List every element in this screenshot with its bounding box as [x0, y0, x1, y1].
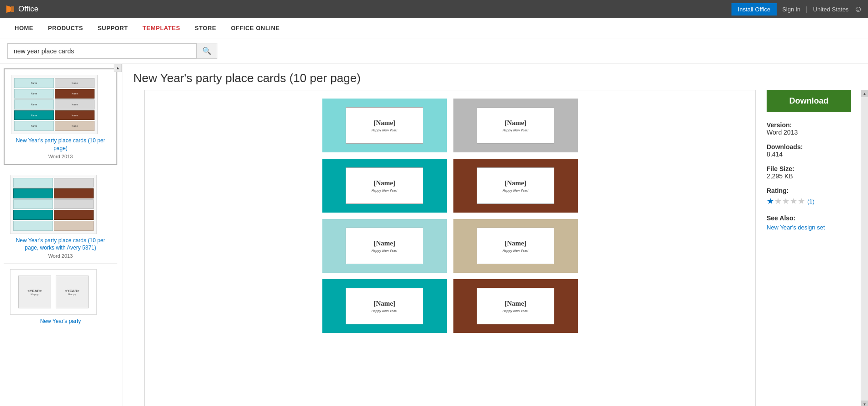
- sidebar-card-title-2: New Year's party place cards (10 per pag…: [10, 237, 111, 252]
- place-card-3: [Name] Happy New Year!: [322, 159, 447, 213]
- star-4-icon: ★: [790, 196, 797, 206]
- place-card-8: [Name] Happy New Year!: [453, 279, 578, 333]
- place-card-7: [Name] Happy New Year!: [322, 279, 447, 333]
- svg-rect-2: [11, 6, 14, 12]
- signin-link[interactable]: Sign in: [782, 6, 800, 13]
- card-name-4: [Name]: [505, 179, 526, 187]
- card-name-5: [Name]: [374, 239, 395, 247]
- star-5-icon: ★: [798, 196, 805, 206]
- card-name-3: [Name]: [374, 179, 395, 187]
- filesize-row: File Size: 2,295 KB: [767, 165, 850, 180]
- smiley-icon[interactable]: ☺: [854, 5, 863, 14]
- card-subtitle-5: Happy New Year!: [372, 249, 398, 252]
- place-card-1: [Name] Happy New Year!: [322, 99, 447, 152]
- card-name-7: [Name]: [374, 300, 395, 307]
- scroll-track: [861, 97, 868, 401]
- sidebar-card-3[interactable]: <YEAR> Happy <YEAR> Happy New Year's par…: [4, 264, 117, 330]
- card-subtitle-1: Happy New Year!: [372, 129, 398, 132]
- search-input[interactable]: [8, 43, 196, 58]
- star-rating: ★ ★ ★ ★ ★ (1): [767, 196, 850, 206]
- region-selector[interactable]: United States: [813, 6, 849, 13]
- scroll-down-btn[interactable]: ▼: [861, 401, 868, 406]
- place-card-4: [Name] Happy New Year!: [453, 159, 578, 213]
- card-subtitle-7: Happy New Year!: [372, 309, 398, 312]
- nav-item-products[interactable]: PRODUCTS: [41, 19, 90, 37]
- nav-item-home[interactable]: HOME: [7, 19, 41, 37]
- nav-item-support[interactable]: SUPPORT: [90, 19, 135, 37]
- sidebar-card-title-3: New Year's party: [10, 318, 111, 325]
- see-also-label: See Also:: [767, 214, 850, 222]
- install-office-button[interactable]: Install Office: [731, 3, 777, 16]
- topbar-right: Install Office Sign in | United States ☺: [731, 3, 863, 16]
- office-title: Office: [18, 5, 38, 14]
- sidebar: ▲ Name Name Name Name Name Name Name Nam…: [0, 64, 122, 406]
- downloads-row: Downloads: 8,414: [767, 143, 850, 158]
- star-2-icon: ★: [774, 196, 782, 206]
- place-card-2: [Name] Happy New Year!: [453, 99, 578, 152]
- downloads-label: Downloads:: [767, 143, 850, 151]
- card-name-2: [Name]: [505, 119, 526, 127]
- topbar: Office Install Office Sign in | United S…: [0, 0, 868, 18]
- download-button[interactable]: Download: [767, 90, 851, 112]
- place-cards-grid: [Name] Happy New Year! [Name] Happy New …: [322, 99, 578, 333]
- version-value: Word 2013: [767, 129, 850, 136]
- filesize-label: File Size:: [767, 165, 850, 172]
- sidebar-thumbnail-1: Name Name Name Name Name Name Name Name …: [11, 75, 98, 134]
- rating-label: Rating:: [767, 187, 850, 194]
- content-body: [Name] Happy New Year! [Name] Happy New …: [122, 90, 868, 406]
- version-label: Version:: [767, 121, 850, 129]
- sidebar-card-2[interactable]: New Year's party place cards (10 per pag…: [4, 169, 117, 264]
- search-form: 🔍: [7, 43, 217, 59]
- sidebar-thumbnail-3: <YEAR> Happy <YEAR> Happy: [10, 269, 97, 315]
- rating-count: (1): [807, 198, 815, 205]
- rating-row: Rating: ★ ★ ★ ★ ★ (1): [767, 187, 850, 206]
- place-card-5: [Name] Happy New Year!: [322, 219, 447, 273]
- content-area: New Year's party place cards (10 per pag…: [122, 64, 868, 406]
- sidebar-card-version-1: Word 2013: [11, 154, 110, 159]
- version-row: Version: Word 2013: [767, 121, 850, 136]
- page-title: New Year's party place cards (10 per pag…: [133, 71, 857, 85]
- searchbar: 🔍: [0, 38, 868, 64]
- topbar-divider: |: [806, 5, 808, 13]
- sidebar-card-title-1: New Year's party place cards (10 per pag…: [11, 137, 110, 152]
- card-name-6: [Name]: [505, 239, 526, 247]
- card-name-1: [Name]: [374, 119, 395, 127]
- downloads-value: 8,414: [767, 151, 850, 158]
- card-name-8: [Name]: [505, 300, 526, 307]
- nav-item-templates[interactable]: TEMPLATES: [135, 19, 187, 37]
- nav-item-store[interactable]: STORE: [188, 19, 224, 37]
- right-scrollbar: ▲ ▼: [861, 90, 868, 406]
- star-1-icon: ★: [767, 196, 774, 206]
- card-subtitle-2: Happy New Year!: [503, 129, 529, 132]
- sidebar-scroll-up[interactable]: ▲: [114, 64, 122, 72]
- main-layout: ▲ Name Name Name Name Name Name Name Nam…: [0, 64, 868, 406]
- see-also-link[interactable]: New Year's design set: [767, 224, 825, 231]
- svg-marker-1: [6, 5, 11, 13]
- scroll-up-btn[interactable]: ▲: [861, 90, 868, 97]
- nav-item-office-online[interactable]: OFFICE ONLINE: [224, 19, 287, 37]
- card-subtitle-3: Happy New Year!: [372, 189, 398, 192]
- page-title-bar: New Year's party place cards (10 per pag…: [122, 64, 868, 90]
- topbar-left: Office: [5, 5, 38, 14]
- info-panel: Download Version: Word 2013 Downloads: 8…: [756, 90, 861, 406]
- sidebar-card-version-2: Word 2013: [10, 253, 111, 259]
- sidebar-thumbnail-2: [10, 175, 97, 234]
- star-3-icon: ★: [782, 196, 789, 206]
- office-logo-icon: [5, 5, 15, 14]
- card-subtitle-8: Happy New Year!: [503, 309, 529, 312]
- filesize-value: 2,295 KB: [767, 172, 850, 180]
- sidebar-card-1[interactable]: Name Name Name Name Name Name Name Name …: [4, 68, 117, 165]
- navbar: HOME PRODUCTS SUPPORT TEMPLATES STORE OF…: [0, 18, 868, 38]
- card-subtitle-4: Happy New Year!: [503, 189, 529, 192]
- card-subtitle-6: Happy New Year!: [503, 249, 529, 252]
- template-preview: [Name] Happy New Year! [Name] Happy New …: [144, 90, 756, 406]
- see-also-row: See Also: New Year's design set: [767, 214, 850, 231]
- place-card-6: [Name] Happy New Year!: [453, 219, 578, 273]
- search-button[interactable]: 🔍: [196, 43, 217, 58]
